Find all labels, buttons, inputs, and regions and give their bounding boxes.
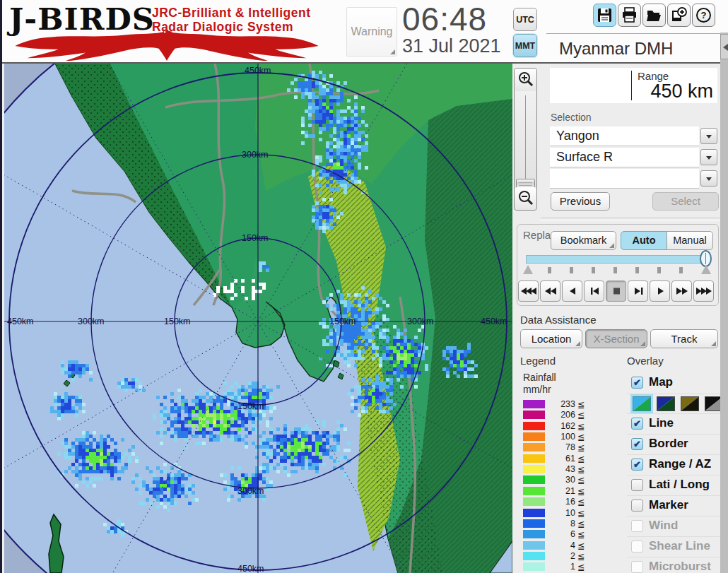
- data-assistance-label: Data Assistance: [520, 314, 597, 326]
- svg-text:150km: 150km: [237, 401, 264, 411]
- playback-fwd3-button[interactable]: [693, 280, 714, 302]
- playback-stepback-button[interactable]: [584, 280, 604, 302]
- legend-value: 43: [547, 464, 575, 474]
- legend-swatch: [523, 497, 545, 506]
- dropdown-arrow-button[interactable]: [700, 149, 717, 165]
- corner-fold-icon: [609, 243, 614, 248]
- save-button[interactable]: [593, 4, 616, 27]
- svg-text:450km: 450km: [237, 564, 264, 573]
- selection-dropdown-site[interactable]: Yangon: [550, 126, 699, 146]
- zoom-out-button[interactable]: [515, 187, 536, 210]
- range-az-checkbox[interactable]: ✔: [631, 459, 643, 471]
- slider-tick: [635, 267, 639, 273]
- map-style-swatch-1[interactable]: [633, 396, 651, 411]
- legend-swatch: [523, 454, 545, 463]
- svg-text:?: ?: [701, 10, 707, 20]
- location-button[interactable]: Location: [520, 329, 582, 348]
- legend-row: 43≦: [523, 463, 587, 474]
- stepfwd-icon: [629, 283, 648, 300]
- map-style-swatch-3[interactable]: [681, 396, 699, 411]
- radar-map[interactable]: 450km300km150km450km300km150km150km300km…: [4, 64, 512, 573]
- legend-operator: ≦: [577, 432, 585, 442]
- manual-button[interactable]: Manual: [667, 231, 713, 250]
- selection-dropdown-extra[interactable]: [550, 169, 699, 189]
- marker-checkbox[interactable]: [631, 500, 643, 512]
- legend-value: 78: [547, 442, 575, 452]
- track-button[interactable]: Track: [650, 329, 718, 348]
- replay-slider-track[interactable]: [526, 255, 708, 264]
- slider-start-marker[interactable]: [523, 265, 533, 274]
- x-section-button[interactable]: X-Section: [585, 329, 647, 348]
- playback-rev-button[interactable]: [562, 280, 582, 302]
- legend-operator: ≦: [577, 464, 585, 475]
- playback-play-button[interactable]: [650, 280, 670, 302]
- legend-value: 162: [547, 421, 575, 431]
- legend-swatch: [523, 530, 545, 538]
- line-checkbox[interactable]: ✔: [631, 418, 643, 430]
- legend-row: 61≦: [523, 453, 587, 463]
- legend-operator: ≦: [577, 486, 585, 497]
- border-checkbox[interactable]: ✔: [631, 438, 643, 450]
- svg-text:450km: 450km: [481, 317, 507, 326]
- overlay-item-label: Map: [649, 375, 673, 389]
- range-value: 450 km: [650, 81, 713, 102]
- legend-operator: ≦: [577, 399, 585, 410]
- playback-stop-button[interactable]: [606, 280, 626, 302]
- map-style-swatch-2[interactable]: [657, 396, 675, 411]
- legend-value: 21: [547, 486, 575, 496]
- legend-value: 8: [547, 519, 575, 528]
- dropdown-arrow-button[interactable]: [700, 170, 717, 187]
- lati-long-checkbox[interactable]: [631, 479, 643, 491]
- open-folder-button[interactable]: [642, 4, 666, 27]
- selection-dropdown-product[interactable]: Surface R: [550, 148, 699, 167]
- slider-end-marker[interactable]: [701, 265, 711, 274]
- legend-value: 30: [547, 475, 575, 485]
- legend-swatch: [523, 541, 545, 550]
- playback-stepfwd-button[interactable]: [628, 280, 648, 302]
- svg-text:300km: 300km: [237, 486, 264, 496]
- warning-button[interactable]: Warning: [346, 7, 397, 57]
- legend-swatch: [523, 432, 545, 441]
- legend-operator: ≦: [577, 508, 585, 519]
- dropdown-arrow-button[interactable]: [700, 128, 717, 144]
- button-label: Location: [532, 333, 572, 345]
- clock-time: 06:48: [402, 0, 487, 38]
- overlay-item-label: Wind: [649, 519, 678, 533]
- station-title: Myanmar DMH: [559, 39, 673, 59]
- auto-button[interactable]: Auto: [621, 231, 667, 250]
- legend-swatch: [523, 400, 545, 408]
- zoom-in-button[interactable]: [515, 69, 536, 91]
- overlay-item-lati-long: Lati / Long: [627, 475, 720, 496]
- select-button[interactable]: Select: [652, 192, 719, 211]
- legend-swatch: [523, 509, 545, 517]
- bookmark-button[interactable]: Bookmark: [551, 231, 616, 250]
- legend-operator: ≦: [577, 551, 585, 562]
- legend-label: Legend: [520, 355, 556, 367]
- mmt-button[interactable]: MMT: [513, 34, 537, 57]
- style-swatch-icon: [657, 397, 674, 410]
- panel-collapse-strip[interactable]: [720, 33, 728, 573]
- eagle-logo-icon: [8, 28, 326, 61]
- playback-rew2-button[interactable]: [540, 280, 560, 302]
- panel-collapse-tab[interactable]: [720, 34, 728, 59]
- legend-swatch: [523, 552, 545, 560]
- legend-value: 100: [547, 432, 575, 442]
- playback-rew3-button[interactable]: [518, 280, 539, 302]
- legend-value: 206: [547, 410, 575, 420]
- warning-label: Warning: [351, 25, 393, 37]
- legend-value: 2: [547, 551, 575, 561]
- utc-button[interactable]: UTC: [513, 8, 537, 31]
- help-icon: ?: [695, 6, 712, 24]
- help-button[interactable]: ?: [692, 4, 715, 27]
- slider-tick: [657, 267, 661, 273]
- playback-fwd2-button[interactable]: [671, 280, 692, 302]
- legend-row: 162≦: [523, 420, 587, 431]
- legend-row: 6≦: [523, 528, 587, 539]
- rew3-icon: [519, 283, 539, 300]
- fwd2-icon: [673, 283, 692, 300]
- print-button[interactable]: [618, 4, 641, 27]
- add-image-button[interactable]: [667, 4, 691, 27]
- previous-button[interactable]: Previous: [551, 192, 610, 211]
- map-checkbox[interactable]: ✔: [631, 377, 643, 389]
- legend-value: 233: [547, 399, 575, 409]
